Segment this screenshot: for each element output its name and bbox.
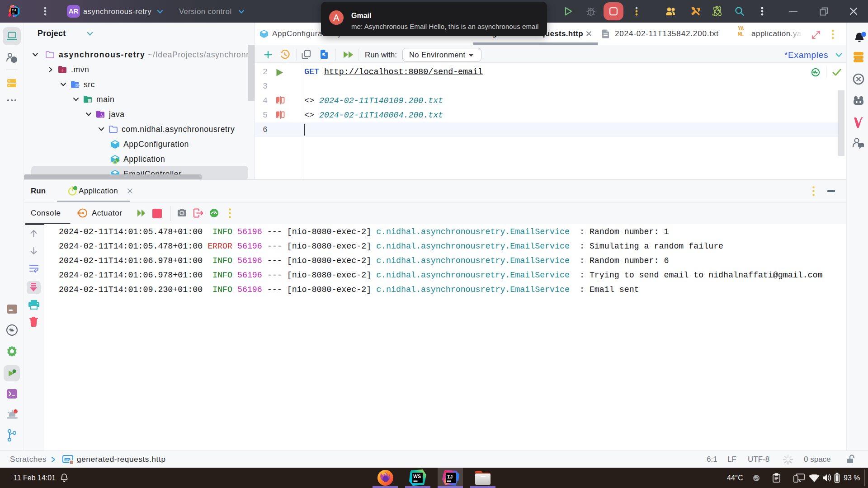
svg-text:WS: WS	[413, 474, 421, 479]
svg-text:IJ: IJ	[12, 8, 16, 12]
svg-text:API: API	[65, 459, 70, 461]
svg-text:IJ: IJ	[447, 474, 453, 480]
svg-text:?: ?	[13, 57, 16, 63]
svg-text:<>: <>	[76, 84, 80, 88]
